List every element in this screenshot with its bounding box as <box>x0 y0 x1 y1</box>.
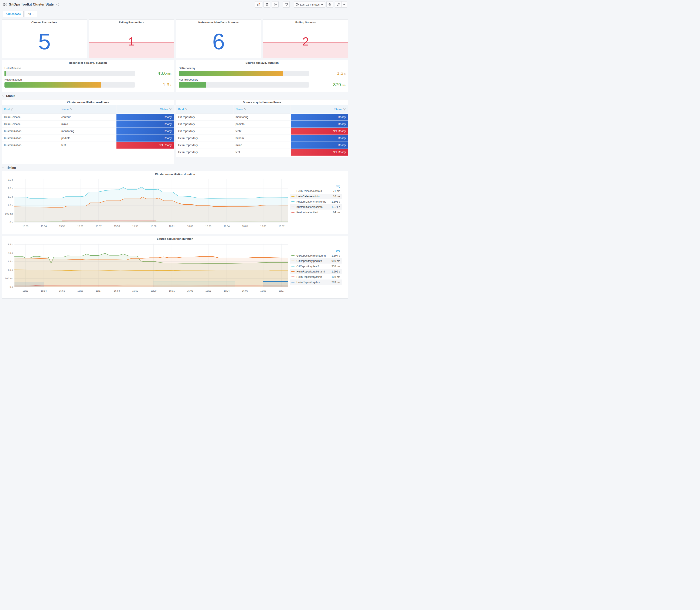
cell-kind: HelmRepository <box>176 134 233 142</box>
filter-funnel-icon[interactable] <box>343 108 346 111</box>
svg-text:16:02: 16:02 <box>187 289 193 292</box>
column-header-name[interactable]: Name <box>233 105 291 113</box>
cell-name: podinfo <box>59 134 117 142</box>
filter-funnel-icon[interactable] <box>11 108 13 111</box>
readiness-table: KindNameStatusHelmReleasecontourReadyHel… <box>2 105 174 148</box>
time-range-picker[interactable]: Last 15 minutes <box>294 1 325 7</box>
svg-text:16:04: 16:04 <box>224 225 230 227</box>
panel-title[interactable]: Cluster Reconcilers <box>2 19 87 25</box>
panel-title[interactable]: Source acquisition duration <box>2 236 348 241</box>
legend-row[interactable]: HelmRepository/minio108 ms <box>290 274 342 279</box>
legend-series-label[interactable]: HelmRelease/contour <box>296 190 333 193</box>
legend-series-label[interactable]: HelmRepository/test <box>296 281 331 284</box>
column-header-kind[interactable]: Kind <box>2 105 59 113</box>
legend-series-dash <box>291 201 295 202</box>
legend-series-label[interactable]: Kustomization/podinfo <box>296 206 331 209</box>
page-title: GitOps Toolkit Cluster Stats <box>9 2 54 6</box>
column-header-name[interactable]: Name <box>59 105 117 113</box>
table-row: HelmRepositorytestNot Ready <box>176 148 348 156</box>
panel-title[interactable]: Cluster reconciliation duration <box>2 171 348 177</box>
timeseries-plot[interactable]: 0 s500 ms1.0 s1.5 s2.0 s2.5 s15:5315:541… <box>3 241 290 294</box>
svg-text:15:59: 15:59 <box>132 289 138 292</box>
filter-funnel-icon[interactable] <box>244 108 246 111</box>
status-badge: Ready <box>291 114 348 121</box>
cell-kind: Kustomization <box>2 128 59 134</box>
panel-title[interactable]: Reconciler ops avg. duration <box>2 60 174 65</box>
legend-series-label[interactable]: HelmRepository/minio <box>296 275 331 278</box>
legend-row[interactable]: Kustomization/podinfo1.071 s <box>290 204 342 210</box>
refresh-interval-dropdown[interactable] <box>342 1 347 7</box>
legend-series-label[interactable]: GitRepository/podinfo <box>296 259 331 262</box>
legend-avg-value: 980 ms <box>331 259 340 262</box>
panel-title[interactable]: Kubernetes Manifests Sources <box>176 19 261 25</box>
cell-kind: GitRepository <box>176 128 233 134</box>
legend-avg-value: 16 ms <box>333 195 340 198</box>
legend-series-label[interactable]: Kustomization/monitoring <box>296 200 331 203</box>
panel-title[interactable]: Failing Reconcilers <box>89 19 174 25</box>
chevron-down-icon <box>321 3 323 6</box>
panel-title[interactable]: Failing Sources <box>263 19 348 25</box>
cycle-view-mode-button[interactable] <box>283 1 290 7</box>
section-timing[interactable]: Timing <box>0 165 350 171</box>
zoom-out-time-button[interactable] <box>326 1 333 7</box>
save-dashboard-button[interactable] <box>263 1 270 7</box>
section-status[interactable]: Status <box>0 94 350 99</box>
legend-row[interactable]: HelmRelease/minio16 ms <box>290 194 342 199</box>
cell-status: Ready <box>291 121 348 128</box>
column-header-kind[interactable]: Kind <box>176 105 233 113</box>
time-range-label: Last 15 minutes <box>300 3 320 6</box>
column-header-status[interactable]: Status <box>116 105 174 113</box>
dashboard-settings-button[interactable] <box>272 1 279 7</box>
legend-row[interactable]: HelmRepository/test289 ms <box>290 279 342 285</box>
table-header-row: KindNameStatus <box>2 105 174 113</box>
variable-namespace-label[interactable]: namespace <box>3 11 23 17</box>
legend-series-label[interactable]: Kustomization/test <box>296 211 333 214</box>
panel-title[interactable]: Cluster reconciliation readiness <box>2 99 174 105</box>
cell-name: podinfo <box>233 121 291 128</box>
legend-series-dash <box>291 191 295 191</box>
legend-avg-header[interactable]: avg <box>290 184 342 188</box>
legend-row[interactable]: Kustomization/test84 ms <box>290 210 342 215</box>
legend-row[interactable]: Kustomization/monitoring1.605 s <box>290 199 342 204</box>
cell-name: minio <box>233 142 291 148</box>
variable-namespace-value-dropdown[interactable]: All <box>25 11 37 17</box>
cell-name: test <box>59 142 117 148</box>
cell-status: Ready <box>291 113 348 121</box>
filter-funnel-icon[interactable] <box>185 108 188 111</box>
legend-row[interactable]: HelmRelease/contour71 ms <box>290 188 342 194</box>
svg-text:15:55: 15:55 <box>59 289 65 292</box>
legend-row[interactable]: HelmRepository/bitnami1.695 s <box>290 269 342 274</box>
filter-funnel-icon[interactable] <box>169 108 172 111</box>
legend-avg-header[interactable]: avg <box>290 249 342 253</box>
stat-panel: Cluster Reconcilers5 <box>2 19 87 58</box>
panel-title[interactable]: Source ops avg. duration <box>176 60 348 65</box>
cell-name: monitoring <box>59 128 117 134</box>
legend-avg-value: 1.695 s <box>331 270 340 273</box>
stat-value: 6 <box>176 30 261 53</box>
refresh-dashboard-button[interactable] <box>335 1 342 7</box>
stat-value: 5 <box>2 30 87 53</box>
status-badge: Ready <box>116 121 174 128</box>
legend-series-label[interactable]: GitRepository/monitoring <box>296 254 331 257</box>
legend-series-label[interactable]: GitRepository/test2 <box>296 265 331 268</box>
column-header-status[interactable]: Status <box>291 105 348 113</box>
timeseries-plot[interactable]: 0 s500 ms1.0 s1.5 s2.0 s2.5 s15:5315:541… <box>3 177 290 229</box>
legend-row[interactable]: GitRepository/test2338 ms <box>290 263 342 269</box>
bar-gauge-value: 43.6ms <box>135 70 172 76</box>
dashboards-grid-icon[interactable] <box>3 3 6 6</box>
stat-value: 2 <box>263 35 348 47</box>
table-row: KustomizationpodinfoReady <box>2 134 174 142</box>
filter-funnel-icon[interactable] <box>70 108 72 111</box>
legend-row[interactable]: GitRepository/podinfo980 ms <box>290 258 342 263</box>
svg-text:500 ms: 500 ms <box>5 277 13 280</box>
chevron-down-icon <box>343 3 345 6</box>
legend-series-label[interactable]: HelmRelease/minio <box>296 195 333 198</box>
panel-title[interactable]: Source acquisition readiness <box>176 99 348 105</box>
svg-text:1.0 s: 1.0 s <box>7 269 13 271</box>
svg-text:15:54: 15:54 <box>41 289 47 292</box>
legend-row[interactable]: GitRepository/monitoring1.594 s <box>290 253 342 258</box>
legend-series-label[interactable]: HelmRepository/bitnami <box>296 270 331 273</box>
share-icon[interactable] <box>56 3 59 6</box>
add-panel-button[interactable] <box>255 1 262 7</box>
svg-text:15:57: 15:57 <box>96 225 101 227</box>
